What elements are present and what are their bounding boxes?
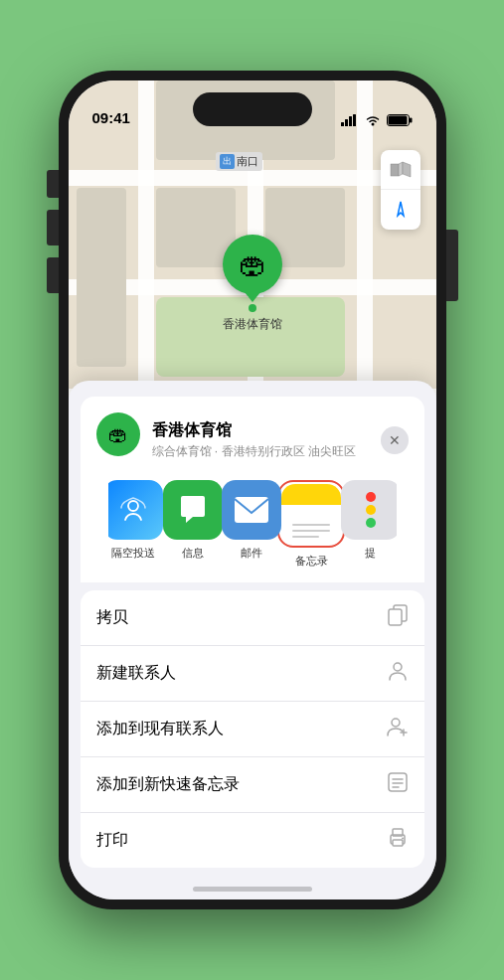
map-exit-icon: 出 bbox=[220, 154, 235, 169]
home-indicator-space bbox=[69, 868, 436, 899]
notes-selected-wrapper bbox=[277, 480, 345, 548]
dot-yellow bbox=[366, 505, 376, 515]
dot-green bbox=[366, 518, 376, 528]
mail-icon bbox=[222, 480, 281, 540]
menu-item-new-contact[interactable]: 新建联系人 bbox=[81, 646, 424, 702]
volume-up-button[interactable] bbox=[47, 210, 59, 245]
venue-subtitle: 综合体育馆 · 香港特别行政区 油尖旺区 bbox=[152, 443, 369, 460]
notes-line-3 bbox=[292, 536, 319, 538]
home-indicator bbox=[193, 887, 312, 892]
share-more[interactable]: 提 bbox=[345, 480, 397, 569]
menu-item-quick-note[interactable]: 添加到新快速备忘录 bbox=[81, 757, 424, 813]
venue-pin[interactable]: 🏟 香港体育馆 bbox=[223, 235, 282, 333]
quick-note-label: 添加到新快速备忘录 bbox=[96, 774, 240, 795]
svg-marker-9 bbox=[399, 162, 403, 176]
svg-rect-12 bbox=[235, 497, 268, 523]
venue-name-map: 香港体育馆 bbox=[223, 316, 282, 333]
svg-rect-0 bbox=[341, 122, 344, 126]
svg-rect-2 bbox=[349, 116, 352, 126]
map-type-button[interactable] bbox=[381, 150, 420, 190]
color-dots bbox=[366, 492, 376, 528]
share-notes[interactable]: 备忘录 bbox=[285, 480, 337, 569]
silent-switch[interactable] bbox=[47, 170, 59, 198]
copy-label: 拷贝 bbox=[96, 607, 128, 628]
print-icon bbox=[387, 827, 409, 854]
share-airdrop[interactable]: 隔空投送 bbox=[108, 480, 160, 569]
svg-rect-19 bbox=[389, 773, 407, 791]
pin-circle: 🏟 bbox=[223, 235, 282, 294]
map-nankou-label: 出 南口 bbox=[216, 152, 262, 171]
svg-point-26 bbox=[402, 838, 404, 840]
bottom-sheet: 🏟 香港体育馆 综合体育馆 · 香港特别行政区 油尖旺区 ✕ bbox=[69, 381, 436, 899]
svg-rect-7 bbox=[388, 116, 407, 125]
copy-icon bbox=[387, 604, 409, 631]
messages-label: 信息 bbox=[182, 546, 204, 561]
map-controls bbox=[381, 150, 420, 230]
svg-rect-8 bbox=[391, 164, 399, 176]
airdrop-label: 隔空投送 bbox=[111, 546, 155, 561]
sheet-header: 🏟 香港体育馆 综合体育馆 · 香港特别行政区 油尖旺区 ✕ bbox=[96, 397, 409, 472]
svg-rect-25 bbox=[393, 840, 403, 846]
dot-red bbox=[366, 492, 376, 502]
svg-rect-1 bbox=[345, 119, 348, 126]
svg-marker-10 bbox=[403, 162, 411, 177]
wifi-icon bbox=[365, 114, 381, 126]
svg-rect-6 bbox=[410, 118, 413, 123]
share-actions: 隔空投送 信息 bbox=[108, 472, 397, 582]
venue-icon-small: 🏟 bbox=[96, 412, 140, 456]
airdrop-icon bbox=[108, 480, 164, 540]
venue-title: 香港体育馆 bbox=[152, 420, 369, 441]
new-contact-label: 新建联系人 bbox=[96, 663, 176, 684]
notes-lines bbox=[292, 524, 330, 538]
more-label: 提 bbox=[365, 546, 376, 561]
messages-icon bbox=[163, 480, 223, 540]
status-icons bbox=[341, 114, 413, 126]
dynamic-island bbox=[193, 92, 312, 126]
menu-section: 拷贝 新建联系人 bbox=[81, 590, 424, 868]
venue-info: 香港体育馆 综合体育馆 · 香港特别行政区 油尖旺区 bbox=[152, 408, 369, 460]
power-button[interactable] bbox=[446, 230, 458, 301]
volume-down-button[interactable] bbox=[47, 257, 59, 293]
menu-item-add-existing[interactable]: 添加到现有联系人 bbox=[81, 702, 424, 757]
status-time: 09:41 bbox=[92, 109, 130, 126]
print-label: 打印 bbox=[96, 830, 128, 851]
more-icon bbox=[341, 480, 397, 540]
add-existing-label: 添加到现有联系人 bbox=[96, 719, 224, 739]
notes-label: 备忘录 bbox=[295, 554, 328, 569]
share-messages[interactable]: 信息 bbox=[167, 480, 219, 569]
person-icon bbox=[387, 660, 409, 687]
svg-rect-14 bbox=[389, 609, 402, 625]
svg-rect-3 bbox=[353, 114, 356, 126]
venue-icon: 🏟 bbox=[239, 248, 266, 281]
location-button[interactable] bbox=[381, 190, 420, 230]
svg-point-11 bbox=[128, 501, 138, 511]
share-mail[interactable]: 邮件 bbox=[227, 480, 278, 569]
note-icon bbox=[387, 771, 409, 798]
battery-icon bbox=[387, 114, 413, 126]
menu-item-copy[interactable]: 拷贝 bbox=[81, 590, 424, 646]
svg-point-16 bbox=[392, 719, 400, 727]
notes-line-2 bbox=[292, 530, 330, 532]
notes-icon bbox=[281, 484, 341, 544]
svg-point-4 bbox=[371, 123, 374, 126]
svg-point-15 bbox=[394, 663, 402, 671]
signal-icon bbox=[341, 114, 359, 126]
notes-line-1 bbox=[292, 524, 330, 526]
mail-label: 邮件 bbox=[241, 546, 262, 561]
pin-dot bbox=[249, 304, 256, 312]
close-button[interactable]: ✕ bbox=[381, 426, 409, 454]
person-add-icon bbox=[387, 716, 409, 742]
map-exit-label: 南口 bbox=[237, 154, 258, 169]
menu-item-print[interactable]: 打印 bbox=[81, 813, 424, 868]
